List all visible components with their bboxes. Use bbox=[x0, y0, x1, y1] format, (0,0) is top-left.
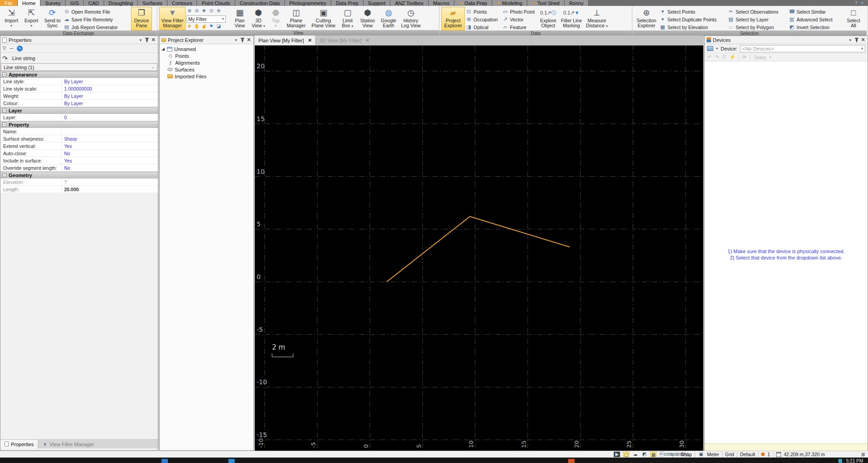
tab-modeling[interactable]: ▲Modeling bbox=[492, 0, 528, 6]
expander-icon[interactable]: ◢ bbox=[161, 47, 165, 51]
vector-button[interactable]: ↗ Vector bbox=[502, 16, 537, 23]
move-icon[interactable]: ✥ bbox=[187, 24, 192, 30]
tab-3d-view[interactable]: 3D View [My Filter] ✕ bbox=[316, 36, 373, 45]
selection-combo[interactable]: Line string (1) ⌄ bbox=[1, 63, 157, 71]
tab-macros[interactable]: Macros bbox=[429, 0, 454, 6]
plane-manager-button[interactable]: ◫ Plane Manager bbox=[284, 7, 308, 30]
select-by-layer-button[interactable]: ▨ Select by Layer bbox=[728, 16, 788, 23]
collapse-section-icon[interactable]: − bbox=[2, 72, 6, 76]
select-by-polygon-button[interactable]: ⏢ Select by Polygon bbox=[728, 24, 788, 31]
panel-menu-icon[interactable]: ▾ bbox=[848, 38, 853, 42]
edit-icon[interactable]: ✎ bbox=[17, 46, 23, 51]
command-line-icon[interactable]: ▶ bbox=[614, 452, 620, 457]
job-report-generator-button[interactable]: ▤ Job Report Generator bbox=[64, 24, 130, 31]
close-tab-icon[interactable]: ✕ bbox=[366, 38, 369, 43]
select-by-elevation-button[interactable]: ▩ Select by Elevation bbox=[660, 24, 727, 31]
feature-button[interactable]: ▱ Feature bbox=[502, 24, 537, 31]
tree-node-alignments[interactable]: ƒ Alignments bbox=[161, 59, 253, 66]
measure-distance-button[interactable]: ⟂ Measure Distance ▾ bbox=[584, 7, 610, 31]
pin-icon[interactable] bbox=[145, 38, 149, 42]
close-icon[interactable]: ✕ bbox=[151, 37, 156, 43]
sort-icon[interactable]: ∇ bbox=[3, 46, 6, 51]
taskbar-app-icon[interactable] bbox=[838, 459, 842, 463]
collapse-icon[interactable]: ─ bbox=[10, 46, 13, 51]
select-points-button[interactable]: ✦ Select Points bbox=[660, 8, 727, 15]
project-explorer-button[interactable]: ▰ Project Explorer bbox=[441, 7, 465, 31]
history-log-view-button[interactable]: ◷ History Log View bbox=[399, 7, 422, 30]
tab-draughting[interactable]: Draughting bbox=[104, 0, 138, 6]
tab-survey[interactable]: Survey bbox=[40, 0, 66, 6]
plan-view-button[interactable]: ▦ Plan View bbox=[231, 7, 248, 30]
active-layer-label[interactable]: Default bbox=[740, 452, 755, 457]
tab-tool-shed[interactable]: ▲Tool Shed bbox=[527, 0, 565, 6]
close-icon[interactable]: ✕ bbox=[860, 37, 866, 43]
pick-icon[interactable]: ☝ bbox=[201, 24, 207, 30]
refresh-icon[interactable]: ⟳ bbox=[742, 54, 747, 60]
tab-support[interactable]: Support bbox=[363, 0, 391, 6]
tab-anz-toolbox[interactable]: ANZ Toolbox bbox=[390, 0, 429, 6]
section-layer[interactable]: − Layer bbox=[0, 107, 158, 114]
close-tab-icon[interactable]: ✕ bbox=[308, 38, 312, 43]
points-button[interactable]: ⊡ Points bbox=[466, 8, 501, 15]
device-pane-button[interactable]: ❐ Device Pane bbox=[131, 7, 152, 31]
grid-toggle-icon[interactable]: ▦ bbox=[650, 452, 656, 457]
import-button[interactable]: ⇲ Import▾ bbox=[2, 7, 21, 31]
tab-home[interactable]: Home bbox=[18, 0, 40, 6]
select-observations-button[interactable]: ✂ Select Observations bbox=[728, 8, 788, 15]
collapse-section-icon[interactable]: − bbox=[2, 122, 6, 127]
export-to-device-icon[interactable]: ↷ bbox=[715, 54, 719, 60]
unit-label[interactable]: Meter bbox=[707, 452, 719, 457]
view-filter-combo[interactable]: My Filter▾ bbox=[187, 15, 226, 23]
plan-view-canvas[interactable]: -10-505101520253020151050-5-10-152 m bbox=[255, 46, 703, 451]
tab-data-prep-2[interactable]: ▲Data Prep bbox=[454, 0, 492, 6]
taskbar-app-icon[interactable] bbox=[161, 459, 168, 463]
layer-color-dot[interactable] bbox=[761, 453, 765, 456]
tab-construction-data[interactable]: Construction Data bbox=[235, 0, 285, 6]
filter-line-marking-button[interactable]: 0.1↗▼ Filter Line Marking bbox=[560, 7, 583, 31]
section-appearance[interactable]: − Appearance bbox=[0, 71, 158, 78]
contrast-icon[interactable]: ◩ bbox=[641, 452, 647, 457]
resize-grip-icon[interactable]: ≣ bbox=[861, 452, 865, 458]
tab-cad[interactable]: CAD bbox=[84, 0, 104, 6]
tree-node-surfaces[interactable]: Surfaces bbox=[161, 66, 253, 73]
zoom-out-icon[interactable]: ⊖ bbox=[194, 8, 200, 15]
import-from-device-icon[interactable]: ↶ bbox=[707, 54, 712, 60]
optical-button[interactable]: ◨ Optical bbox=[466, 24, 501, 31]
limit-box-button[interactable]: ▢ Limit Box ▾ bbox=[338, 7, 357, 30]
google-earth-button[interactable]: ◍ Google Earth bbox=[378, 7, 399, 30]
invert-selection-button[interactable]: ◩ Invert Selection bbox=[789, 24, 843, 31]
tree-node-imported-files[interactable]: Imported Files bbox=[161, 73, 253, 80]
taskbar-app-icon[interactable] bbox=[568, 459, 575, 463]
panel-menu-icon[interactable]: ▾ bbox=[233, 38, 239, 42]
explore-object-button[interactable]: 0.1↗ⓘ Explore Object bbox=[538, 7, 559, 31]
station-view-button[interactable]: ⬢ Station View bbox=[358, 7, 378, 30]
snap-label[interactable]: Snap bbox=[681, 452, 692, 457]
zoom-extents-icon[interactable]: ✥ bbox=[201, 8, 207, 15]
advanced-select-button[interactable]: ▥ Advanced Select bbox=[789, 16, 843, 23]
tab-gis[interactable]: GIS bbox=[66, 0, 84, 6]
account-icon[interactable]: ● bbox=[861, 0, 863, 6]
selection-explorer-button[interactable]: ⊛ Selection Explorer bbox=[634, 7, 659, 31]
image-icon[interactable]: ▣ bbox=[698, 452, 704, 457]
pin-icon[interactable] bbox=[241, 38, 244, 42]
monitor-icon[interactable] bbox=[707, 46, 713, 51]
3d-view-button[interactable]: ⬢ 3D View ▾ bbox=[249, 7, 267, 30]
select-duplicate-points-button[interactable]: ✦ Select Duplicate Points bbox=[660, 16, 727, 23]
tab-file[interactable]: File bbox=[0, 0, 18, 6]
select-all-button[interactable]: □ Select All bbox=[843, 7, 863, 31]
copy-icon[interactable]: ⎚ bbox=[722, 54, 726, 60]
select-similar-button[interactable]: ☎ Select Similar bbox=[789, 8, 843, 15]
section-geometry[interactable]: − Geometry bbox=[0, 172, 158, 178]
view-filter-manager-button[interactable]: ▼ View Filter Manager bbox=[159, 7, 186, 30]
photo-point-button[interactable]: ▭ Photo Point bbox=[502, 8, 537, 15]
collapse-section-icon[interactable]: − bbox=[2, 108, 6, 112]
tree-node-points[interactable]: ◇ Points bbox=[161, 52, 253, 59]
flag-icon[interactable]: ⚑ bbox=[208, 24, 214, 30]
line-string-geometry[interactable] bbox=[387, 217, 570, 282]
ortho-icon[interactable]: comparably;⌞ bbox=[659, 452, 666, 457]
occupation-button[interactable]: ⊞ Occupation bbox=[466, 16, 501, 23]
swap-view-icon[interactable]: ◪ bbox=[216, 24, 222, 30]
tab-view-filter-manager[interactable]: ▼ View Filter Manager bbox=[38, 440, 98, 448]
collapse-section-icon[interactable]: − bbox=[2, 173, 6, 177]
tree-node-root[interactable]: ◢ Unnamed bbox=[161, 46, 253, 52]
